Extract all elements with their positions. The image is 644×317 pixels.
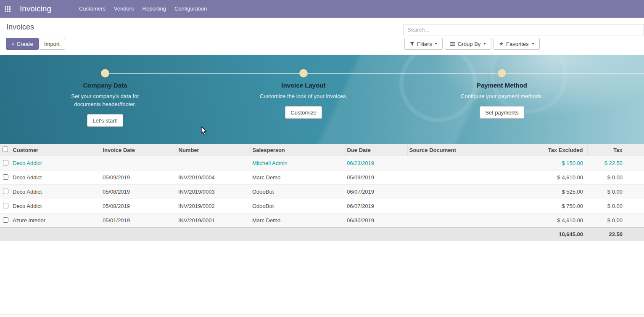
step-description: Configure your payment methods. <box>457 92 546 100</box>
cell-number[interactable]: INV/2019/0003 <box>177 185 251 199</box>
cell-tax[interactable]: $ 0.00 <box>587 185 627 199</box>
cell-spacer <box>627 156 644 170</box>
cell-due-date[interactable]: 06/30/2019 <box>345 213 407 228</box>
cell-customer[interactable]: Deco Addict <box>11 156 101 170</box>
set-payments-button[interactable]: Set payments <box>480 106 524 119</box>
step-title: Invoice Layout <box>240 82 367 89</box>
onboarding-step-dot <box>101 69 109 77</box>
invoicing-page: Invoicing Customers Vendors Reporting Co… <box>0 0 644 317</box>
cell-number[interactable]: INV/2019/0002 <box>177 199 251 213</box>
row-select-cell <box>0 213 11 228</box>
nav-menu-reporting[interactable]: Reporting <box>138 0 170 18</box>
table-row[interactable]: Azure Interior 05/01/2019 INV/2019/0001 … <box>0 213 644 228</box>
apps-grid-icon[interactable] <box>5 6 11 12</box>
filters-label: Filters <box>417 41 432 47</box>
cell-source-document[interactable] <box>407 213 514 228</box>
cell-number[interactable] <box>177 156 251 170</box>
cell-tax-excluded[interactable]: $ 4,610.00 <box>514 170 587 185</box>
customize-button[interactable]: Customize <box>285 106 322 119</box>
header-due-date[interactable]: Due Date <box>345 144 407 156</box>
cell-salesperson[interactable]: OdooBot <box>251 199 345 213</box>
cell-customer[interactable]: Azure Interior <box>11 213 101 228</box>
header-tax-excluded[interactable]: Tax Excluded <box>514 144 587 156</box>
cell-salesperson[interactable]: Mitchell Admin <box>251 156 345 170</box>
row-select-checkbox[interactable] <box>3 203 8 208</box>
filters-caret-icon <box>435 43 437 45</box>
row-select-cell <box>0 199 11 213</box>
filters-dropdown-button[interactable]: Filters <box>404 38 443 50</box>
cell-source-document[interactable] <box>407 185 514 199</box>
import-button[interactable]: Import <box>39 38 65 50</box>
cell-tax-excluded[interactable]: $ 750.00 <box>514 199 587 213</box>
cell-tax-excluded[interactable]: $ 150.00 <box>514 156 587 170</box>
cell-customer[interactable]: Deco Addict <box>11 185 101 199</box>
onboarding-step-dot <box>498 69 506 77</box>
header-tax[interactable]: Tax <box>587 144 627 156</box>
row-select-checkbox[interactable] <box>3 160 8 165</box>
cell-invoice-date[interactable]: 05/08/2019 <box>101 185 177 199</box>
cell-invoice-date[interactable]: 05/08/2019 <box>101 199 177 213</box>
total-tax: 22.50 <box>587 228 627 241</box>
select-all-checkbox[interactable] <box>3 147 8 152</box>
step-description: Set your company's data for documents he… <box>61 92 150 108</box>
cell-salesperson[interactable]: Marc Demo <box>251 213 345 228</box>
row-select-checkbox[interactable] <box>3 174 8 180</box>
cell-tax[interactable]: $ 22.50 <box>587 156 627 170</box>
cell-invoice-date[interactable]: 05/09/2019 <box>101 170 177 185</box>
invoices-table: Customer Invoice Date Number Salesperson… <box>0 144 644 241</box>
header-salesperson[interactable]: Salesperson <box>251 144 345 156</box>
favorites-caret-icon <box>532 43 534 45</box>
app-title[interactable]: Invoicing <box>20 4 51 13</box>
cell-customer[interactable]: Deco Addict <box>11 170 101 185</box>
header-number[interactable]: Number <box>177 144 251 156</box>
favorites-dropdown-button[interactable]: ★ Favorites <box>494 38 539 50</box>
cell-number[interactable]: INV/2019/0001 <box>177 213 251 228</box>
create-button[interactable]: + Create <box>6 38 39 50</box>
search-input[interactable] <box>404 24 644 35</box>
row-select-checkbox[interactable] <box>3 217 8 223</box>
row-select-cell <box>0 156 11 170</box>
cell-tax-excluded[interactable]: $ 4,610.00 <box>514 213 587 228</box>
table-header-row: Customer Invoice Date Number Salesperson… <box>0 144 644 156</box>
lets-start-button[interactable]: Let's start! <box>87 114 123 127</box>
table-row[interactable]: Deco Addict Mitchell Admin 06/23/2019 $ … <box>0 156 644 170</box>
cell-salesperson[interactable]: OdooBot <box>251 185 345 199</box>
cell-tax[interactable]: $ 0.00 <box>587 170 627 185</box>
cell-number[interactable]: INV/2019/0004 <box>177 170 251 185</box>
cell-tax[interactable]: $ 0.00 <box>587 199 627 213</box>
group-by-dropdown-button[interactable]: Group By <box>445 38 491 50</box>
import-button-label: Import <box>44 41 60 47</box>
cell-source-document[interactable] <box>407 170 514 185</box>
cell-invoice-date[interactable]: 05/01/2019 <box>101 213 177 228</box>
cell-source-document[interactable] <box>407 156 514 170</box>
nav-menu-configuration[interactable]: Configuration <box>170 0 211 18</box>
header-customer[interactable]: Customer <box>11 144 101 156</box>
cell-due-date[interactable]: 06/23/2019 <box>345 156 407 170</box>
table-row[interactable]: Deco Addict 05/09/2019 INV/2019/0004 Mar… <box>0 170 644 185</box>
totals-spacer <box>0 228 514 241</box>
cell-customer[interactable]: Deco Addict <box>11 199 101 213</box>
cell-due-date[interactable]: 06/07/2019 <box>345 185 407 199</box>
row-select-checkbox[interactable] <box>3 189 8 194</box>
onboarding-timeline <box>105 73 644 74</box>
table-row[interactable]: Deco Addict 05/08/2019 INV/2019/0002 Odo… <box>0 199 644 213</box>
favorites-star-icon: ★ <box>499 41 504 47</box>
breadcrumb-title[interactable]: Invoices <box>6 23 34 32</box>
row-select-cell <box>0 170 11 185</box>
onboarding-banner: Company Data Set your company's data for… <box>0 55 644 144</box>
header-spacer <box>627 144 644 156</box>
nav-menu-vendors[interactable]: Vendors <box>110 0 138 18</box>
cell-invoice-date[interactable] <box>101 156 177 170</box>
cell-tax[interactable]: $ 0.00 <box>587 213 627 228</box>
search-options: Filters Group By ★ Favorites <box>404 38 540 50</box>
cell-tax-excluded[interactable]: $ 525.00 <box>514 185 587 199</box>
group-by-caret-icon <box>483 43 486 45</box>
header-invoice-date[interactable]: Invoice Date <box>101 144 177 156</box>
header-source-document[interactable]: Source Document <box>407 144 514 156</box>
cell-due-date[interactable]: 06/07/2019 <box>345 199 407 213</box>
cell-source-document[interactable] <box>407 199 514 213</box>
nav-menu-customers[interactable]: Customers <box>75 0 110 18</box>
table-row[interactable]: Deco Addict 05/08/2019 INV/2019/0003 Odo… <box>0 185 644 199</box>
cell-due-date[interactable]: 05/09/2019 <box>345 170 407 185</box>
cell-salesperson[interactable]: Marc Demo <box>251 170 345 185</box>
